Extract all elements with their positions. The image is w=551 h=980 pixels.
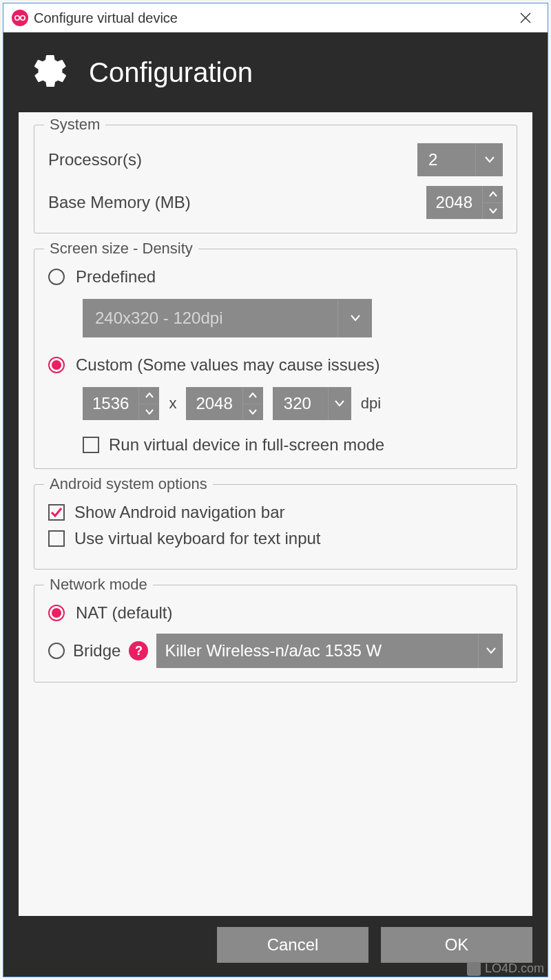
processors-label: Processor(s) xyxy=(48,150,142,169)
screen-legend: Screen size - Density xyxy=(44,240,198,258)
caret-down-icon xyxy=(249,409,257,415)
screen-group: Screen size - Density Predefined 240x320… xyxy=(34,249,517,469)
nat-radio[interactable] xyxy=(48,605,65,621)
chevron-down-icon xyxy=(478,634,503,668)
config-window: Configure virtual device Configuration S… xyxy=(3,3,548,977)
height-down-button[interactable] xyxy=(242,404,263,421)
dpi-unit-label: dpi xyxy=(361,395,381,413)
caret-down-icon xyxy=(489,208,497,213)
predefined-value: 240x320 - 120dpi xyxy=(83,299,337,337)
dpi-value: 320 xyxy=(273,387,328,420)
system-group: System Processor(s) 2 Base Memory (MB) 2… xyxy=(34,125,517,233)
predefined-select[interactable]: 240x320 - 120dpi xyxy=(83,299,372,337)
chevron-down-icon xyxy=(475,143,503,176)
system-legend: System xyxy=(44,116,105,134)
check-icon xyxy=(50,506,63,519)
fullscreen-label: Run virtual device in full-screen mode xyxy=(109,435,384,455)
vkbd-label: Use virtual keyboard for text input xyxy=(74,529,321,548)
caret-up-icon xyxy=(489,191,497,197)
caret-up-icon xyxy=(145,393,154,398)
caret-up-icon xyxy=(249,393,257,398)
width-down-button[interactable] xyxy=(138,404,159,421)
chevron-down-icon xyxy=(337,299,372,337)
fullscreen-checkbox[interactable] xyxy=(83,437,99,453)
memory-spinner[interactable]: 2048 xyxy=(426,186,503,219)
memory-label: Base Memory (MB) xyxy=(48,193,191,212)
memory-down-button[interactable] xyxy=(482,203,503,220)
app-logo-icon xyxy=(12,10,28,26)
cancel-button[interactable]: Cancel xyxy=(217,927,368,963)
custom-label: Custom (Some values may cause issues) xyxy=(76,355,380,375)
times-label: x xyxy=(169,395,176,413)
window-title: Configure virtual device xyxy=(34,10,512,26)
bridge-radio[interactable] xyxy=(48,643,65,659)
gear-icon xyxy=(31,52,70,93)
height-up-button[interactable] xyxy=(242,387,263,404)
bridge-adapter-select[interactable]: Killer Wireless-n/a/ac 1535 W xyxy=(156,634,503,668)
processors-value: 2 xyxy=(417,143,475,176)
processors-select[interactable]: 2 xyxy=(417,143,503,176)
caret-down-icon xyxy=(145,409,154,415)
nat-label: NAT (default) xyxy=(76,603,173,623)
svg-point-0 xyxy=(15,16,19,20)
close-icon xyxy=(520,12,531,23)
network-group: Network mode NAT (default) Bridge ? Kill… xyxy=(34,585,517,682)
width-value: 1536 xyxy=(83,387,138,420)
height-value: 2048 xyxy=(186,387,242,420)
body: System Processor(s) 2 Base Memory (MB) 2… xyxy=(3,112,548,916)
navbar-checkbox[interactable] xyxy=(48,504,65,521)
predefined-radio[interactable] xyxy=(48,269,65,285)
dpi-select[interactable]: 320 xyxy=(273,387,351,420)
width-up-button[interactable] xyxy=(138,387,159,404)
custom-radio[interactable] xyxy=(48,357,65,373)
android-group: Android system options Show Android navi… xyxy=(34,484,517,570)
navbar-label: Show Android navigation bar xyxy=(74,503,285,522)
header: Configuration xyxy=(3,32,548,112)
memory-up-button[interactable] xyxy=(482,186,503,203)
bridge-adapter-value: Killer Wireless-n/a/ac 1535 W xyxy=(156,634,478,668)
height-spinner[interactable]: 2048 xyxy=(186,387,262,420)
watermark-text: LO4D.com xyxy=(485,961,544,976)
chevron-down-icon xyxy=(328,387,351,420)
ok-button[interactable]: OK xyxy=(381,927,532,963)
network-legend: Network mode xyxy=(44,576,153,594)
header-title: Configuration xyxy=(89,57,253,88)
android-legend: Android system options xyxy=(44,475,213,493)
svg-point-1 xyxy=(21,16,25,20)
panel: System Processor(s) 2 Base Memory (MB) 2… xyxy=(19,112,532,916)
close-button[interactable] xyxy=(512,3,539,32)
watermark: LO4D.com xyxy=(467,961,544,976)
help-icon[interactable]: ? xyxy=(129,641,148,660)
watermark-icon xyxy=(467,962,481,976)
footer: Cancel OK xyxy=(3,916,548,977)
bridge-label: Bridge xyxy=(73,641,121,660)
titlebar: Configure virtual device xyxy=(3,3,548,32)
memory-value: 2048 xyxy=(426,186,482,219)
vkbd-checkbox[interactable] xyxy=(48,530,65,547)
width-spinner[interactable]: 1536 xyxy=(83,387,159,420)
predefined-label: Predefined xyxy=(76,267,156,286)
